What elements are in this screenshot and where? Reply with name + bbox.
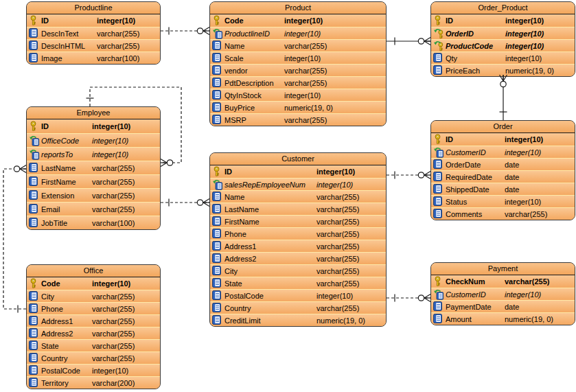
connector-employee-reportsto-self[interactable] [87,87,182,167]
cardinality-crowfoot [424,295,430,299]
cardinality-crowfoot [424,175,430,179]
cardinality-crowfoot [424,298,430,302]
cardinality-crowfoot [203,31,209,35]
connector-line[interactable] [90,87,181,163]
connector-order-orderproduct[interactable] [500,75,507,120]
cardinality-crowfoot [500,75,504,81]
cardinality-crowfoot [20,165,26,170]
connector-customer-order[interactable] [387,172,430,179]
cardinality-crowfoot [203,27,209,32]
cardinality-crowfoot [424,41,430,45]
cardinality-crowfoot [20,169,26,173]
connector-office-employee[interactable] [3,165,26,313]
cardinality-crowfoot [424,38,430,42]
connector-product-orderproduct[interactable] [387,38,430,45]
cardinality-zero-circle [500,81,506,87]
cardinality-crowfoot [424,172,430,176]
connector-productline-product[interactable] [161,27,209,35]
cardinality-crowfoot [203,199,209,203]
cardinality-crowfoot [503,75,507,81]
cardinality-zero-circle [197,200,203,205]
connector-overlay [0,0,576,392]
cardinality-zero-circle [197,28,203,34]
cardinality-zero-circle [418,38,424,44]
connector-line[interactable] [3,169,26,309]
cardinality-crowfoot [161,159,167,163]
cardinality-crowfoot [203,203,209,207]
cardinality-zero-circle [418,295,424,301]
er-diagram-canvas: ProductlineIDinteger(10)DescInTextvarcha… [0,0,576,392]
cardinality-crowfoot [161,163,167,167]
connector-employee-customer[interactable] [161,199,209,207]
connector-customer-payment[interactable] [387,295,430,302]
cardinality-zero-circle [14,166,19,172]
cardinality-zero-circle [167,160,172,165]
cardinality-zero-circle [418,172,424,178]
